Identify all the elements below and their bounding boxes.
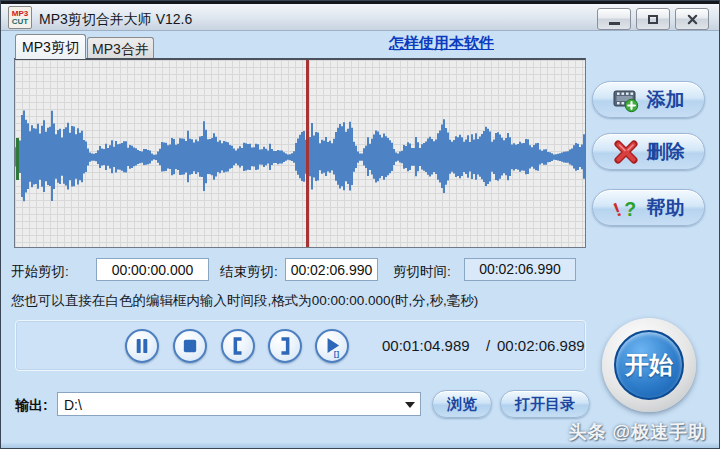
maximize-button[interactable] xyxy=(636,8,670,30)
start-button[interactable]: 开始 xyxy=(602,318,696,412)
app-window: MP3 CUT MP3剪切合并大师 V12.6 MP3剪切 MP3合并 怎样使用… xyxy=(0,0,720,449)
end-time-input[interactable] xyxy=(285,258,378,281)
window-bottom-edge xyxy=(1,443,719,448)
open-directory-button[interactable]: 打开目录 xyxy=(500,390,590,418)
output-path-select[interactable]: D:\ xyxy=(57,392,421,416)
close-icon xyxy=(687,14,698,25)
pause-icon xyxy=(127,331,157,361)
app-logo-bottom-text: CUT xyxy=(12,18,28,26)
start-cut-label: 开始剪切: xyxy=(11,263,69,281)
help-button[interactable]: ! ? 帮助 xyxy=(592,189,705,226)
window-controls xyxy=(597,8,709,30)
add-button-label: 添加 xyxy=(647,87,685,113)
tab-mp3-merge[interactable]: MP3合并 xyxy=(87,37,154,59)
start-time-input[interactable] xyxy=(96,258,209,281)
close-button[interactable] xyxy=(675,8,709,30)
playback-panel: [] 00:01:04.989 / 00:02:06.989 xyxy=(15,320,586,371)
set-start-bracket-button[interactable] xyxy=(221,329,255,363)
playback-position: 00:01:04.989 xyxy=(382,337,470,354)
time-format-hint: 您也可以直接在白色的编辑框内输入时间段,格式为00:00:00.000(时,分,… xyxy=(11,292,478,310)
playback-separator: / xyxy=(486,337,490,354)
watermark-text: 头条 @极速手助 xyxy=(568,420,707,444)
chevron-down-icon xyxy=(405,402,415,408)
browse-button[interactable]: 浏览 xyxy=(432,390,492,418)
start-button-face: 开始 xyxy=(614,330,684,400)
start-button-label: 开始 xyxy=(625,349,673,381)
delete-icon xyxy=(613,139,639,165)
waveform-display[interactable] xyxy=(14,58,586,248)
start-marker[interactable] xyxy=(16,138,19,180)
titlebar: MP3 CUT MP3剪切合并大师 V12.6 xyxy=(1,1,719,31)
svg-text:?: ? xyxy=(624,198,636,220)
app-logo-icon: MP3 CUT xyxy=(8,6,32,29)
playback-cursor[interactable] xyxy=(306,60,309,247)
cut-duration-value: 00:02:06.990 xyxy=(464,258,576,281)
play-selection-button[interactable]: [] xyxy=(315,329,349,363)
bracket-left-icon xyxy=(223,331,253,361)
delete-button-label: 删除 xyxy=(647,139,685,165)
minimize-icon xyxy=(609,22,620,25)
pause-button[interactable] xyxy=(125,329,159,363)
playback-total: 00:02:06.989 xyxy=(497,337,585,354)
bracket-right-icon xyxy=(270,331,300,361)
add-button[interactable]: 添加 xyxy=(592,81,705,118)
svg-text:[]: [] xyxy=(334,349,340,358)
output-label: 输出: xyxy=(15,397,48,415)
output-path-value: D:\ xyxy=(64,397,82,413)
help-icon: ! ? xyxy=(613,195,639,221)
window-title: MP3剪切合并大师 V12.6 xyxy=(39,11,192,29)
stop-button[interactable] xyxy=(173,329,207,363)
stop-icon xyxy=(175,331,205,361)
play-selection-icon: [] xyxy=(317,331,347,361)
help-link[interactable]: 怎样使用本软件 xyxy=(389,34,494,53)
set-end-bracket-button[interactable] xyxy=(268,329,302,363)
tab-mp3-cut[interactable]: MP3剪切 xyxy=(15,34,86,59)
add-media-icon xyxy=(613,87,639,113)
cut-duration-label: 剪切时间: xyxy=(393,263,451,281)
end-cut-label: 结束剪切: xyxy=(220,263,278,281)
help-button-label: 帮助 xyxy=(647,195,685,221)
waveform-graphic xyxy=(15,60,585,247)
maximize-icon xyxy=(648,15,658,24)
svg-text:!: ! xyxy=(613,197,624,220)
delete-button[interactable]: 删除 xyxy=(592,133,705,170)
minimize-button[interactable] xyxy=(597,8,631,30)
